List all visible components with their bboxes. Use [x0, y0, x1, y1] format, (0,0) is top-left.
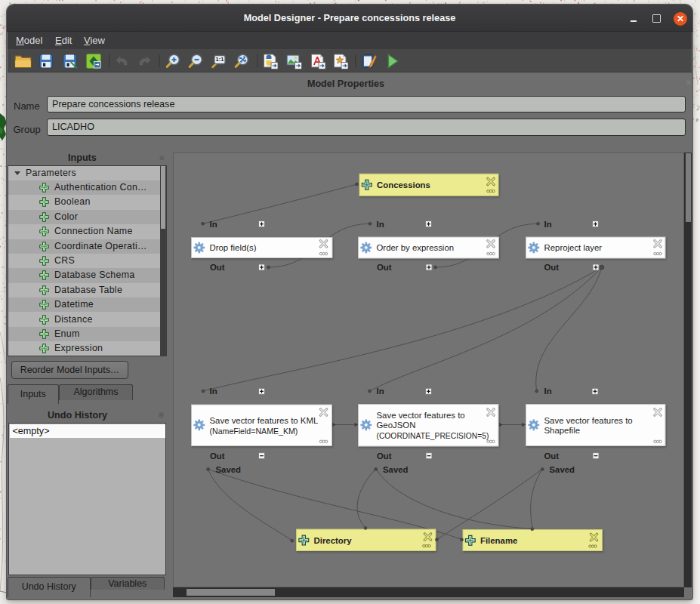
svg-text:Out: Out: [377, 451, 392, 461]
svg-text:Saved: Saved: [383, 464, 409, 473]
svg-text:Directory: Directory: [313, 535, 352, 544]
svg-text:In: In: [544, 219, 551, 228]
svg-text:1:1: 1:1: [216, 56, 224, 63]
svg-text:Saved: Saved: [215, 464, 241, 473]
svg-text:In: In: [209, 219, 217, 228]
svg-text:Order by expression: Order by expression: [376, 243, 454, 252]
svg-text:(COORDINATE_PRECISION=5): (COORDINATE_PRECISION=5): [376, 431, 489, 439]
svg-text:Save vector features to: Save vector features to: [376, 410, 464, 419]
svg-text:Out: Out: [544, 263, 559, 272]
svg-text:Out: Out: [210, 263, 225, 272]
svg-text:Concessions: Concessions: [377, 180, 430, 190]
svg-text:Out: Out: [210, 451, 225, 461]
svg-text:Reproject layer: Reproject layer: [544, 243, 602, 252]
svg-text:GeoJSON: GeoJSON: [376, 421, 415, 430]
svg-text:(NameField=NAME_KM): (NameField=NAME_KM): [209, 426, 298, 435]
svg-text:Filename: Filename: [480, 536, 517, 545]
svg-text:Shapefile: Shapefile: [544, 426, 580, 435]
svg-text:In: In: [209, 387, 217, 396]
svg-text:Save vector features to KML: Save vector features to KML: [209, 415, 318, 424]
svg-text:Out: Out: [544, 451, 559, 461]
svg-text:Drop field(s): Drop field(s): [209, 243, 256, 252]
svg-text:Saved: Saved: [549, 464, 575, 473]
svg-text:In: In: [376, 387, 384, 396]
svg-text:Save vector features to: Save vector features to: [544, 415, 632, 424]
svg-text:In: In: [544, 387, 551, 396]
svg-text:Out: Out: [377, 263, 392, 272]
svg-text:In: In: [376, 219, 384, 228]
